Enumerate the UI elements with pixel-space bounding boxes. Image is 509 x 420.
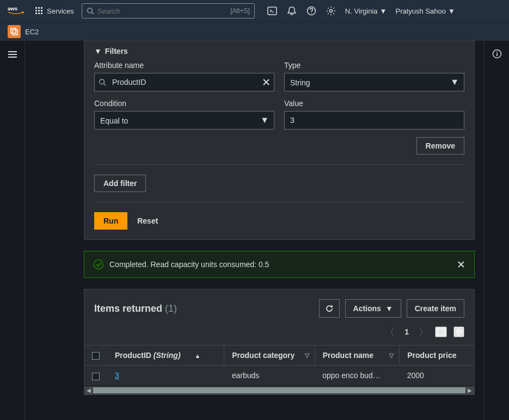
divider: [94, 164, 464, 165]
column-name-label: Product name: [323, 351, 373, 360]
attribute-name-input[interactable]: [94, 73, 274, 91]
svg-point-10: [88, 8, 93, 13]
add-filter-button[interactable]: Add filter: [94, 175, 146, 192]
success-banner: Completed. Read capacity units consumed:…: [84, 251, 475, 278]
aws-logo[interactable]: aws: [8, 5, 27, 17]
services-menu[interactable]: Services: [35, 7, 74, 15]
column-cat-label: Product category: [232, 351, 295, 360]
gear-icon: [436, 327, 446, 337]
type-value: String: [290, 78, 310, 87]
clear-input-icon[interactable]: [262, 78, 270, 86]
svg-line-11: [91, 13, 94, 15]
global-header: aws Services [Alt+S] N. Virginia ▼ Praty…: [0, 0, 509, 22]
column-menu-icon[interactable]: ▽: [305, 352, 309, 359]
svg-rect-17: [11, 28, 16, 33]
ec2-service-icon[interactable]: [8, 25, 21, 38]
right-rail: [484, 41, 509, 420]
cell-category: earbuds: [224, 366, 315, 386]
column-price-label: Product price: [407, 351, 456, 360]
search-icon: [99, 78, 106, 86]
fullscreen-button[interactable]: [453, 326, 464, 337]
type-select[interactable]: String: [284, 73, 464, 91]
cloudshell-icon[interactable]: [267, 5, 278, 16]
region-label: N. Virginia: [345, 7, 378, 15]
filters-header[interactable]: ▼ Filters: [94, 41, 464, 61]
condition-select[interactable]: Equal to: [94, 111, 274, 129]
condition-value: Equal to: [100, 116, 128, 125]
actions-dropdown[interactable]: Actions ▼: [345, 299, 401, 318]
column-pk-name: ProductID: [115, 351, 151, 360]
banner-message: Completed. Read capacity units consumed:…: [109, 260, 269, 269]
items-title-text: Items returned: [94, 303, 162, 314]
help-icon[interactable]: [306, 5, 317, 16]
expand-icon: [455, 328, 463, 336]
svg-rect-4: [35, 10, 37, 11]
svg-point-31: [496, 52, 498, 53]
column-header-productid[interactable]: ProductID (String) ▲: [107, 345, 224, 366]
attribute-name-label: Attribute name: [94, 61, 274, 70]
svg-point-26: [94, 260, 103, 269]
search-icon: [87, 7, 94, 15]
svg-rect-8: [38, 13, 40, 14]
refresh-button[interactable]: [319, 299, 340, 318]
settings-icon[interactable]: [326, 5, 336, 16]
horizontal-scrollbar[interactable]: ◀ ▶: [84, 386, 474, 394]
grid-icon: [35, 7, 44, 15]
select-all-checkbox[interactable]: [92, 352, 100, 360]
column-pk-type: (String): [154, 351, 181, 360]
items-panel: Items returned (1) Actions ▼ Create item: [84, 289, 475, 395]
info-icon: [492, 49, 502, 59]
results-table: ProductID (String) ▲ Product category ▽ …: [84, 345, 474, 386]
caret-down-icon: ▼: [448, 7, 455, 15]
type-label: Type: [284, 61, 464, 70]
svg-line-23: [104, 84, 106, 86]
svg-rect-6: [41, 10, 42, 11]
column-header-category[interactable]: Product category ▽: [224, 345, 315, 366]
region-selector[interactable]: N. Virginia ▼: [345, 7, 387, 15]
item-id-link[interactable]: 3: [115, 371, 119, 380]
column-menu-icon[interactable]: ▽: [389, 352, 394, 359]
run-button[interactable]: Run: [94, 212, 127, 230]
cell-price: 2000: [400, 366, 474, 386]
next-page-button[interactable]: 〉: [419, 325, 428, 338]
reset-button[interactable]: Reset: [137, 217, 158, 225]
filters-panel: ▼ Filters Attribute name: [84, 41, 475, 240]
svg-rect-2: [38, 7, 40, 9]
svg-text:aws: aws: [8, 5, 17, 11]
scroll-thumb[interactable]: [93, 387, 465, 393]
global-search[interactable]: [Alt+S]: [82, 3, 255, 18]
row-checkbox[interactable]: [92, 373, 100, 380]
column-header-price[interactable]: Product price: [400, 345, 474, 366]
banner-close-icon[interactable]: [457, 260, 465, 269]
table-row: 3 earbuds oppo enco bud… 2000: [84, 366, 474, 386]
actions-label: Actions: [353, 304, 381, 313]
prev-page-button[interactable]: 〈: [385, 325, 395, 338]
svg-point-22: [100, 79, 105, 84]
global-search-input[interactable]: [97, 7, 230, 15]
scroll-right-icon[interactable]: ▶: [465, 386, 474, 395]
svg-rect-1: [35, 7, 37, 9]
divider: [94, 202, 464, 202]
table-settings-button[interactable]: [435, 326, 447, 337]
search-shortcut: [Alt+S]: [230, 7, 250, 15]
scroll-track[interactable]: [93, 386, 465, 394]
page-number: 1: [401, 328, 412, 336]
scroll-left-icon[interactable]: ◀: [84, 386, 93, 395]
service-label[interactable]: EC2: [25, 28, 39, 36]
account-menu[interactable]: Pratyush Sahoo ▼: [395, 7, 455, 15]
refresh-icon: [325, 304, 334, 313]
svg-rect-3: [41, 7, 42, 9]
left-nav: [0, 41, 25, 420]
value-label: Value: [284, 99, 464, 108]
items-count: (1): [165, 303, 177, 314]
value-input[interactable]: [284, 111, 464, 129]
column-header-name[interactable]: Product name ▽: [315, 345, 400, 366]
items-title: Items returned (1): [94, 303, 177, 314]
caret-down-icon: ▼: [385, 304, 393, 313]
info-panel-toggle[interactable]: [492, 48, 502, 59]
remove-filter-button[interactable]: Remove: [416, 137, 464, 155]
notifications-icon[interactable]: [286, 5, 297, 16]
nav-toggle-icon[interactable]: [7, 48, 19, 60]
create-item-button[interactable]: Create item: [407, 299, 464, 318]
caret-down-icon: ▼: [380, 7, 387, 15]
